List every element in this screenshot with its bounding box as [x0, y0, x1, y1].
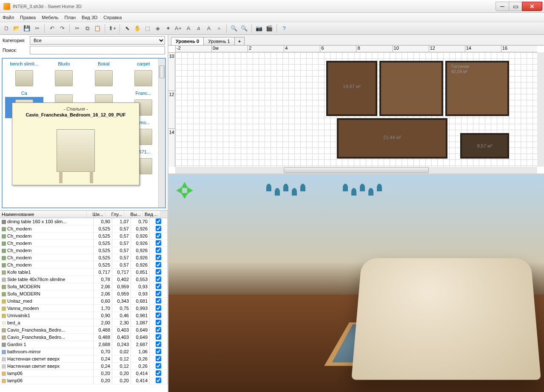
3d-view[interactable]	[168, 175, 544, 392]
visible-checkbox[interactable]	[156, 363, 161, 369]
plan-h-scrollbar[interactable]	[175, 167, 537, 173]
visible-checkbox[interactable]	[156, 298, 161, 304]
menu-file[interactable]: Файл	[3, 15, 14, 20]
table-row[interactable]: Ch_modern0,5250,570,926	[0, 225, 168, 233]
plan-room-living[interactable]: Гостиная42,04 м²	[445, 61, 509, 116]
nav-up-icon[interactable]	[181, 179, 188, 188]
visible-checkbox[interactable]	[156, 341, 161, 347]
text-bold-icon[interactable]: A	[184, 24, 193, 33]
plan-room[interactable]: 14,87 м²	[326, 61, 377, 116]
nav-right-icon[interactable]	[187, 187, 197, 194]
text-italic-icon[interactable]: A	[194, 24, 203, 33]
close-button[interactable]: ✕	[522, 2, 542, 11]
table-row[interactable]: lamp060,200,200,414	[0, 377, 168, 384]
visible-checkbox[interactable]	[156, 312, 161, 318]
help-icon[interactable]: ?	[279, 24, 289, 33]
visible-checkbox[interactable]	[156, 219, 161, 224]
visible-checkbox[interactable]	[156, 255, 161, 260]
catalog-item[interactable]: carpet	[124, 60, 164, 90]
zoom-in-icon[interactable]: 🔍	[229, 24, 239, 33]
text-size-icon[interactable]: A	[204, 24, 214, 33]
menu-plan[interactable]: План	[65, 15, 76, 20]
col-header-width[interactable]: Ши...	[87, 211, 105, 218]
table-row[interactable]: lamp060,200,200,414	[0, 370, 168, 377]
catalog-item[interactable]: bench slimli...	[4, 60, 44, 90]
table-row[interactable]: bathroom-mirror0,700,021,06	[0, 348, 168, 355]
visible-checkbox[interactable]	[156, 247, 161, 253]
visible-checkbox[interactable]	[156, 226, 161, 231]
visible-checkbox[interactable]	[156, 378, 161, 383]
table-row[interactable]: Ch_modern0,5250,570,926	[0, 240, 168, 247]
preferences-icon[interactable]: ✂	[32, 24, 42, 33]
visible-checkbox[interactable]	[156, 240, 161, 246]
video-icon[interactable]: 🎬	[265, 24, 274, 33]
table-row[interactable]: Vanna_modern1,700,750,993	[0, 305, 168, 312]
table-row[interactable]: bed_a2,002,301,087	[0, 319, 168, 327]
new-icon[interactable]: 🗋	[2, 24, 11, 33]
menu-furniture[interactable]: Мебель	[42, 15, 58, 20]
category-select[interactable]: Все	[30, 36, 165, 45]
plan-v-scrollbar[interactable]	[537, 52, 544, 167]
create-walls-icon[interactable]: ⬚	[143, 24, 152, 33]
nav-left-icon[interactable]	[173, 187, 182, 194]
visible-checkbox[interactable]	[156, 334, 161, 340]
create-rooms-icon[interactable]: ◈	[153, 24, 162, 33]
undo-icon[interactable]: ↶	[47, 24, 57, 33]
minimize-button[interactable]: ─	[496, 2, 509, 11]
table-row[interactable]: Sofa_MODERN2,060,9590,93	[0, 290, 168, 298]
visible-checkbox[interactable]	[156, 269, 161, 275]
tab-level-0[interactable]: Уровень 0	[171, 37, 204, 45]
plan-room[interactable]: 21,44 м²	[337, 118, 447, 159]
copy-icon[interactable]: ⧉	[83, 24, 92, 33]
menu-help[interactable]: Справка	[103, 15, 122, 20]
tab-level-1[interactable]: Уровень 1	[203, 37, 235, 45]
table-row[interactable]: Unitaz_med0,600,3430,681	[0, 298, 168, 305]
select-icon[interactable]: ⬉	[122, 24, 132, 33]
table-row[interactable]: Настенная светит вверх0,240,120,26	[0, 355, 168, 363]
visible-checkbox[interactable]	[156, 276, 161, 282]
visible-checkbox[interactable]	[156, 327, 161, 332]
nav-down-icon[interactable]	[181, 193, 188, 202]
zoom-out-icon[interactable]: 🔍	[239, 24, 249, 33]
maximize-button[interactable]: ▭	[509, 2, 522, 11]
visible-checkbox[interactable]	[156, 356, 161, 361]
table-row[interactable]: Cavio_Francheska_Bedro...0,4880,4030,649	[0, 327, 168, 334]
table-row[interactable]: Side table 40x78cm slimline0,780,4020,55…	[0, 276, 168, 283]
save-icon[interactable]: 💾	[22, 24, 31, 33]
visible-checkbox[interactable]	[156, 349, 161, 354]
table-row[interactable]: Ch_modern0,5250,570,926	[0, 233, 168, 240]
open-icon[interactable]: 📂	[12, 24, 21, 33]
table-row[interactable]: Ch_modern0,5250,570,926	[0, 261, 168, 269]
pan-icon[interactable]: ✋	[133, 24, 142, 33]
nav-compass[interactable]	[173, 179, 197, 202]
table-row[interactable]: dining table 160 x 100 slim...0,901,070,…	[0, 218, 168, 225]
table-row[interactable]: Sofa_MODERN2,060,9590,93	[0, 283, 168, 290]
plan-grid[interactable]: 14,87 м² Гостиная42,04 м² 21,44 м² 8,57 …	[175, 52, 537, 167]
table-row[interactable]: Ch_modern0,5250,570,926	[0, 254, 168, 261]
redo-icon[interactable]: ↷	[57, 24, 67, 33]
table-body[interactable]: dining table 160 x 100 slim...0,901,070,…	[0, 218, 168, 392]
menu-3dview[interactable]: Вид 3D	[82, 15, 97, 20]
text-small-icon[interactable]: A	[214, 24, 224, 33]
visible-checkbox[interactable]	[156, 320, 161, 325]
visible-checkbox[interactable]	[156, 370, 161, 376]
add-furniture-icon[interactable]: ⬆+	[108, 24, 117, 33]
paste-icon[interactable]: 📋	[93, 24, 102, 33]
col-header-height[interactable]: Вы...	[124, 211, 143, 218]
col-header-visible[interactable]: Види...	[143, 211, 161, 218]
plan-room[interactable]	[379, 61, 443, 116]
menu-edit[interactable]: Правка	[20, 15, 36, 20]
visible-checkbox[interactable]	[156, 291, 161, 296]
photo-icon[interactable]: 📷	[254, 24, 264, 33]
tab-add-level[interactable]: +	[234, 37, 245, 45]
search-input[interactable]	[30, 46, 165, 54]
catalog-item[interactable]: Bludo	[44, 60, 84, 90]
table-row[interactable]: Umivalnik10,900,460,981	[0, 312, 168, 319]
create-dimensions-icon[interactable]: A+	[174, 24, 183, 33]
table-row[interactable]: Настенная светит вверх0,240,120,26	[0, 363, 168, 370]
visible-checkbox[interactable]	[156, 284, 161, 289]
table-row[interactable]: Kofe table10,7170,7170,851	[0, 269, 168, 276]
plan-room[interactable]: 8,57 м²	[460, 133, 509, 159]
visible-checkbox[interactable]	[156, 262, 161, 267]
cut-icon[interactable]: ✂	[72, 24, 82, 33]
